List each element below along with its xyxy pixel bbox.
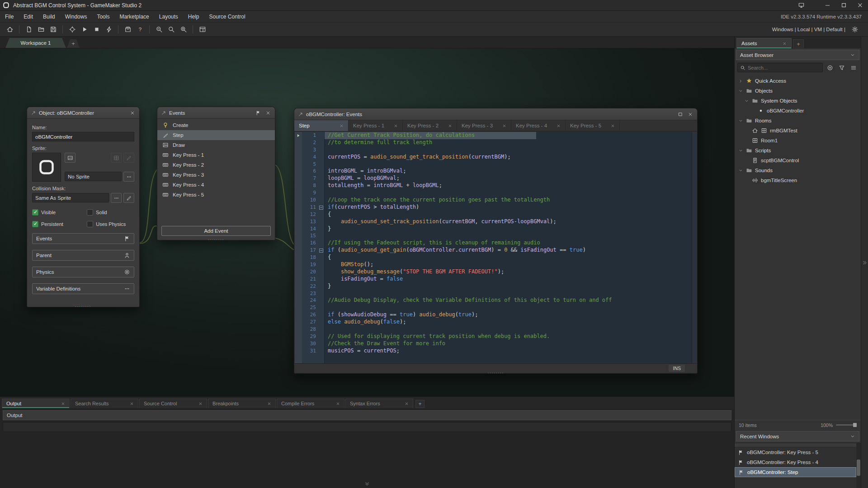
maximize-button[interactable] [835, 0, 852, 10]
close-icon[interactable] [394, 124, 398, 128]
stop-button[interactable] [90, 23, 103, 35]
clean-button[interactable] [103, 23, 115, 35]
tab-step[interactable]: Step [294, 120, 349, 131]
menu-marketplace[interactable]: Marketplace [114, 11, 154, 22]
code-line-11[interactable]: if(currentPOS > totalLength) [328, 204, 692, 211]
output-tab-source-control[interactable]: Source Control [139, 399, 207, 408]
code-line-31[interactable]: musicPOS = currentPOS; [328, 347, 692, 355]
sprite-more-button[interactable] [123, 172, 134, 182]
close-icon[interactable] [336, 402, 340, 406]
resize-grip[interactable] [488, 371, 504, 374]
code-line-20[interactable]: show_debug_message("STOP THE BGM AFTER F… [328, 268, 692, 276]
recent-windows-dropdown[interactable]: Recent Windows [736, 431, 859, 441]
maximize-icon[interactable] [678, 112, 683, 117]
code-line-30[interactable]: //Check the Draw Event for more info [328, 340, 692, 347]
resize-grip[interactable] [75, 305, 91, 308]
sprite-mask-button[interactable] [111, 153, 122, 163]
code-line-2[interactable]: //to determine full track length [328, 139, 692, 146]
event-item-draw[interactable]: Draw [157, 140, 275, 150]
checkbox-visible[interactable]: Visible [32, 209, 84, 216]
asset-menu-button[interactable] [849, 63, 858, 72]
add-panel-tab-button[interactable]: + [793, 39, 804, 48]
recent-obgmcontroller-key-press-4[interactable]: oBGMController: Key Press - 4 [735, 457, 856, 467]
code-line-7[interactable]: loopBGML = loopBGMval; [328, 175, 692, 182]
checkbox-uses-physics[interactable]: Uses Physics [87, 221, 134, 227]
code-line-6[interactable]: introBGML = introBGMval; [328, 168, 692, 175]
output-tab-search-results[interactable]: Search Results [71, 399, 138, 408]
asset-room1[interactable]: Room1 [735, 136, 861, 145]
checkbox-solid[interactable]: Solid [87, 209, 134, 216]
event-item-key-press-3[interactable]: Key Press - 3 [157, 170, 275, 180]
add-workspace-button[interactable]: + [67, 39, 80, 48]
tab-workspace-1[interactable]: Workspace 1 [5, 38, 66, 48]
code-line-12[interactable]: { [328, 211, 692, 218]
menu-layouts[interactable]: Layouts [154, 11, 183, 22]
add-output-tab-button[interactable]: + [415, 400, 425, 408]
close-icon[interactable] [198, 402, 203, 406]
collapse-output-button[interactable] [364, 481, 370, 488]
menu-tools[interactable]: Tools [92, 11, 114, 22]
scrollbar-thumb[interactable] [857, 460, 860, 476]
code-editor[interactable]: 1234567891011121314151617181920212223242… [295, 132, 697, 363]
debug-button[interactable] [66, 23, 78, 35]
checkbox-persistent[interactable]: Persistent [32, 221, 84, 227]
menu-file[interactable]: File [0, 11, 19, 22]
asset-obgmcontroller[interactable]: oBGMController [735, 106, 861, 116]
zoom-out-button[interactable] [153, 23, 165, 35]
close-icon[interactable] [557, 124, 561, 128]
recent-obgmcontroller-step[interactable]: oBGMController: Step [735, 467, 856, 477]
collision-edit-button[interactable] [123, 193, 134, 203]
collapse-corner-icon[interactable] [161, 111, 166, 115]
chevron-down-icon[interactable] [738, 89, 743, 94]
asset-objects[interactable]: Objects [735, 86, 861, 96]
chevron-down-icon[interactable] [738, 118, 743, 123]
tab-key-press-1[interactable]: Key Press - 1 [349, 120, 403, 131]
code-line-26[interactable]: if (showAudioDebug == true) audio_debug(… [328, 311, 692, 319]
event-item-key-press-2[interactable]: Key Press - 2 [157, 160, 275, 170]
workspace-canvas[interactable]: Object: oBGMController Name: Sprite: [0, 48, 734, 396]
code-line-28[interactable] [328, 326, 692, 333]
asset-search-box[interactable] [737, 63, 823, 72]
output-tab-syntax-errors[interactable]: Syntax Errors [345, 399, 413, 408]
close-icon[interactable] [265, 110, 271, 116]
menu-source-control[interactable]: Source Control [204, 11, 250, 22]
resize-grip[interactable] [208, 238, 224, 241]
collision-mask-select[interactable]: Same As Sprite [32, 193, 109, 202]
zoom-reset-button[interactable] [165, 23, 177, 35]
tab-key-press-2[interactable]: Key Press - 2 [403, 120, 457, 131]
code-window-titlebar[interactable]: oBGMController: Events [294, 108, 697, 120]
close-icon[interactable] [688, 112, 693, 117]
close-icon[interactable] [267, 402, 271, 406]
code-line-14[interactable]: } [328, 225, 692, 233]
code-line-22[interactable]: } [328, 283, 692, 290]
output-tab-output[interactable]: Output [2, 399, 70, 408]
code-line-25[interactable] [328, 304, 692, 311]
asset-rmbgmtest[interactable]: rmBGMTest [735, 126, 861, 136]
code-line-15[interactable] [328, 232, 692, 239]
close-icon[interactable] [130, 110, 135, 116]
menu-windows[interactable]: Windows [60, 11, 92, 22]
code-line-3[interactable] [328, 146, 692, 154]
close-icon[interactable] [783, 42, 787, 46]
menu-help[interactable]: Help [183, 11, 204, 22]
new-project-button[interactable] [23, 23, 35, 35]
chevron-down-icon[interactable] [738, 148, 743, 153]
run-button[interactable] [78, 23, 90, 35]
help-button[interactable]: ? [134, 23, 146, 35]
asset-sounds[interactable]: Sounds [735, 165, 861, 175]
chevron-down-icon[interactable] [744, 99, 749, 103]
layout-grid-button[interactable] [196, 23, 208, 35]
events-window-titlebar[interactable]: Events [157, 107, 275, 119]
tab-key-press-4[interactable]: Key Press - 4 [511, 120, 566, 131]
minimize-button[interactable] [819, 0, 835, 10]
asset-rooms[interactable]: Rooms [735, 116, 861, 126]
add-event-button[interactable]: Add Event [161, 226, 271, 236]
event-item-key-press-5[interactable]: Key Press - 5 [157, 190, 275, 200]
asset-scripts[interactable]: Scripts [735, 145, 861, 155]
sprite-preview[interactable] [32, 153, 61, 182]
code-line-18[interactable]: { [328, 254, 692, 261]
collapse-corner-icon[interactable] [298, 112, 303, 117]
code-line-27[interactable]: else audio_debug(false); [328, 319, 692, 326]
asset-browser-dropdown[interactable]: Asset Browser [736, 50, 859, 60]
close-icon[interactable] [611, 124, 615, 128]
